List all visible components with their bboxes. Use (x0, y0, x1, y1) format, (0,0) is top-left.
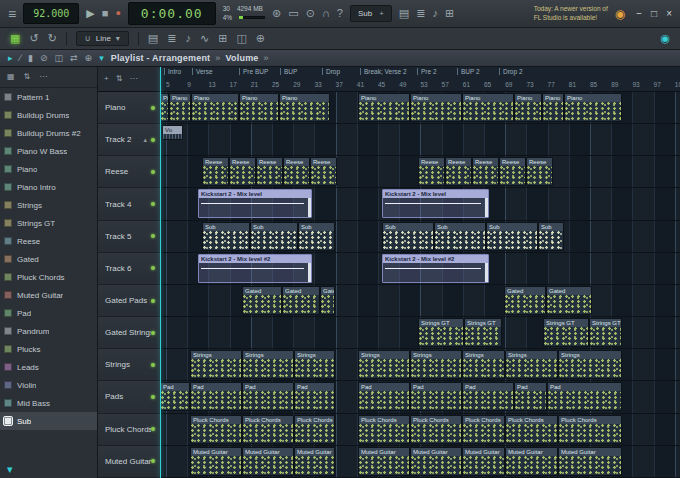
fl-assistant-icon[interactable]: ◉ (615, 8, 625, 20)
clip[interactable]: Piano (542, 93, 564, 122)
clip[interactable]: Piano (239, 93, 279, 122)
clip[interactable]: Pad (242, 382, 294, 411)
mixer-icon[interactable]: ≣ (167, 33, 176, 44)
track-lane[interactable]: Muted GuitarMuted GuitarMuted GuitarMute… (160, 446, 680, 478)
browser-panel-icon[interactable]: ⊞ (445, 8, 454, 19)
timeline-ruler[interactable]: IntroVersePre BUPBUPDropBreak; Verse 2Pr… (160, 67, 680, 92)
clip[interactable]: Reese (202, 157, 229, 186)
pattern-item[interactable]: Mid Bass (0, 394, 97, 412)
clip[interactable]: Piano (191, 93, 239, 122)
zoom-tool-icon[interactable]: ⊕ (85, 54, 93, 63)
clip[interactable]: Reese (256, 157, 283, 186)
tempo-display[interactable]: 92.000 (23, 3, 79, 24)
mute-group-icon[interactable]: ◫ (236, 33, 246, 44)
clip[interactable]: Kickstart 2 - Mix level #2 (382, 254, 489, 283)
track-lane[interactable]: SubSubSubSubSubSubSub (160, 221, 680, 253)
timeline-marker[interactable]: Pre 2 (417, 68, 437, 75)
waveform-icon[interactable]: ∿ (200, 33, 209, 44)
minimize-button[interactable]: − (636, 8, 642, 19)
clip[interactable]: Pluck Chords (462, 415, 505, 444)
piano-roll-panel-icon[interactable]: ♪ (432, 8, 438, 19)
track-lane[interactable]: Kickstart 2 - Mix level #2Kickstart 2 - … (160, 253, 680, 285)
track-lane[interactable]: PianoPianoPianoPianoPianoPianoPianoPiano… (160, 92, 680, 124)
track-header[interactable]: Pluck Chords (98, 414, 160, 446)
clip[interactable]: Strings (505, 350, 558, 379)
track-updown-icon[interactable]: ⇅ (116, 75, 123, 83)
clip[interactable]: Sub (202, 222, 250, 251)
clip[interactable]: Strings (462, 350, 505, 379)
clip[interactable]: Pad (514, 382, 547, 411)
clip[interactable]: Strings (242, 350, 294, 379)
track-header[interactable]: Gated Pads (98, 285, 160, 317)
picker-grid-icon[interactable]: ▦ (7, 73, 15, 81)
clip[interactable]: Muted Guitar (410, 447, 462, 476)
clip[interactable]: Pluck Chords (358, 415, 410, 444)
clip[interactable]: Gated (546, 286, 592, 315)
pattern-item[interactable]: Buildup Drums #2 (0, 124, 97, 142)
pattern-item[interactable]: Plucks (0, 340, 97, 358)
collapse-icon[interactable]: ▴ (143, 136, 147, 144)
redo-icon[interactable]: ↻ (48, 33, 57, 44)
clip[interactable]: Pluck Chords (410, 415, 462, 444)
clip[interactable]: Piano (514, 93, 542, 122)
clip[interactable]: Vo (162, 125, 183, 140)
pattern-item[interactable]: Muted Guitar (0, 286, 97, 304)
track-header[interactable]: Reese (98, 156, 160, 188)
mute-tool-icon[interactable]: ◫ (55, 54, 64, 63)
clip[interactable]: Strings (190, 350, 242, 379)
track-lane[interactable]: PadPadPadPadPadPadPadPadPad (160, 381, 680, 413)
maximize-button[interactable]: □ (651, 8, 657, 19)
note-icon[interactable]: ♪ (185, 33, 191, 44)
track-header[interactable]: Pads (98, 381, 160, 413)
clip[interactable]: Muted Guitar (294, 447, 335, 476)
pattern-item[interactable]: Piano W Bass (0, 142, 97, 160)
clip[interactable]: Strings (410, 350, 462, 379)
playlist-panel-icon[interactable]: ▤ (399, 8, 409, 19)
corner-options-icon[interactable]: ⋯ (129, 75, 137, 83)
stop-button[interactable]: ■ (102, 8, 109, 19)
pattern-item[interactable]: Strings GT (0, 214, 97, 232)
track-lane[interactable]: Vo (160, 124, 680, 156)
track-header[interactable]: Piano (98, 92, 160, 124)
clip[interactable]: Pluck Chords (505, 415, 558, 444)
delete-tool-icon[interactable]: ⊘ (40, 54, 48, 63)
menu-icon[interactable]: ≡ (8, 7, 16, 21)
play-button[interactable]: ▶ (86, 8, 94, 19)
pattern-item[interactable]: Violin (0, 376, 97, 394)
track-header[interactable]: Track 6 (98, 253, 160, 285)
clip[interactable]: Sub (382, 222, 434, 251)
clip[interactable]: Pad (294, 382, 335, 411)
timeline-marker[interactable]: Verse (192, 68, 213, 75)
timeline-marker[interactable]: Intro (164, 68, 181, 75)
clip[interactable]: Gated (320, 286, 335, 315)
typing-keyboard-icon[interactable]: ▭ (288, 8, 298, 19)
clip[interactable]: Pluck Chords (558, 415, 622, 444)
clip[interactable]: Reese (472, 157, 499, 186)
settings-icon[interactable]: ⊛ (272, 8, 281, 19)
clip[interactable]: Strings GT (464, 318, 502, 347)
timeline-marker[interactable]: BUP (280, 68, 297, 75)
clip[interactable]: Gated (282, 286, 320, 315)
help-icon[interactable]: ? (337, 8, 343, 19)
clip[interactable]: Piano (169, 93, 191, 122)
track-lane[interactable]: Kickstart 2 - Mix levelKickstart 2 - Mix… (160, 188, 680, 220)
clip[interactable]: Strings (294, 350, 335, 379)
pattern-item[interactable]: Pad (0, 304, 97, 322)
track-header[interactable]: Track 5 (98, 221, 160, 253)
clip[interactable]: Piano (462, 93, 514, 122)
clip[interactable]: Pad (547, 382, 622, 411)
picker-sort-icon[interactable]: ⇅ (24, 73, 31, 81)
snap-selector[interactable]: ∪ Line ▾ (76, 31, 129, 46)
plugin-grid-icon[interactable]: ⊞ (218, 33, 227, 44)
pattern-item[interactable]: Reese (0, 232, 97, 250)
clip[interactable]: Pad (462, 382, 514, 411)
track-lane[interactable]: GatedGatedGatedGatedGated (160, 285, 680, 317)
scroll-down-icon[interactable]: ▾ (7, 463, 13, 476)
playhead-line[interactable] (160, 67, 161, 478)
pattern-item[interactable]: Pluck Chords (0, 268, 97, 286)
chart-icon[interactable]: ▤ (148, 33, 158, 44)
clip[interactable]: Pluck Chords (190, 415, 242, 444)
timeline-marker[interactable]: BUP 2 (457, 68, 480, 75)
clip[interactable]: Strings (558, 350, 622, 379)
playlist-titlebar[interactable]: ▸ ∕ ▮ ⊘ ◫ ⇄ ⊕ ▾ Playlist - Arrangement »… (0, 50, 680, 67)
